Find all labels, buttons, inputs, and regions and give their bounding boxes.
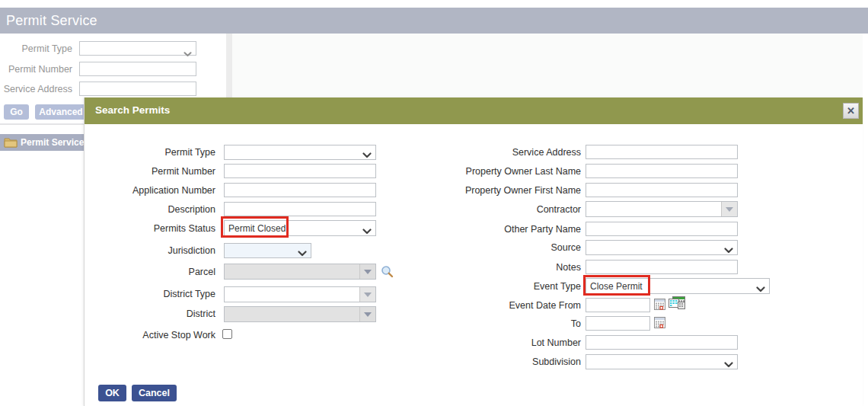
application-number-input[interactable] [224,183,376,197]
top-header-bar [0,8,868,34]
subdivision-label: Subdivision [532,356,581,367]
source-label: Source [550,242,581,253]
permit-type-select[interactable] [224,145,376,160]
permits-status-label: Permits Status [154,223,215,234]
chevron-down-icon [298,248,307,259]
contractor-combo[interactable] [586,201,738,217]
event-type-label: Event Type [534,281,581,292]
lot-number-label: Lot Number [531,337,581,348]
active-stop-work-label: Active Stop Work [142,330,215,340]
event-date-to-label: To [571,318,581,329]
quick-service-address-input[interactable] [79,82,196,96]
dropdown-arrow-icon [359,264,375,279]
description-label: Description [168,204,215,215]
source-select[interactable] [586,240,738,255]
event-type-value: Close Permit [590,281,643,292]
close-icon[interactable]: ✕ [843,103,859,119]
go-button[interactable]: Go [4,104,29,120]
application-number-label: Application Number [132,185,215,196]
dialog-title: Search Permits [95,104,170,116]
permit-number-label: Permit Number [152,166,215,177]
quick-permit-number-label: Permit Number [8,64,72,75]
chevron-down-icon [756,284,765,295]
district-label: District [187,308,215,319]
event-date-from-input[interactable] [586,298,650,312]
parcel-label: Parcel [189,267,215,277]
lot-number-input[interactable] [586,335,738,350]
jurisdiction-label: Jurisdiction [168,245,215,256]
chevron-down-icon [183,46,192,60]
jurisdiction-select[interactable] [224,243,311,258]
dropdown-arrow-icon [359,307,375,321]
search-permits-dialog: Search Permits ✕ Permit Type Permit Numb… [84,98,863,406]
page-title: Permit Service [6,13,97,29]
quick-service-address-label: Service Address [4,84,72,94]
description-input[interactable] [224,202,376,216]
dialog-header: Search Permits ✕ [85,98,863,124]
parcel-combo[interactable] [224,264,376,280]
subdivision-select[interactable] [586,354,738,369]
event-date-to-input[interactable] [586,316,650,331]
property-owner-first-name-input[interactable] [586,183,738,197]
dropdown-arrow-icon [721,202,737,216]
folder-icon [4,137,18,151]
chevron-down-icon [724,245,733,256]
service-address-label: Service Address [512,147,581,158]
notes-label: Notes [556,262,581,273]
dropdown-arrow-icon [359,287,375,302]
chevron-down-icon [724,360,733,370]
district-type-combo[interactable] [224,286,376,302]
property-owner-last-name-label: Property Owner Last Name [466,166,581,177]
advanced-button[interactable]: Advanced [35,104,87,120]
calendar-range-icon[interactable] [669,296,686,313]
quick-permit-number-input[interactable] [79,62,196,76]
permit-number-input[interactable] [224,164,376,178]
calendar-icon[interactable] [654,316,665,331]
permits-status-select[interactable]: Permit Closed [224,220,376,236]
chevron-down-icon [362,150,372,161]
district-type-label: District Type [163,289,215,299]
other-party-name-label: Other Party Name [504,224,581,235]
permits-status-value: Permit Closed [228,223,286,234]
quick-permit-type-label: Permit Type [22,43,72,54]
parcel-search-icon[interactable] [381,265,394,281]
ok-button[interactable]: OK [98,385,126,401]
service-address-input[interactable] [586,145,738,159]
quick-permit-type-select[interactable] [79,41,196,56]
cancel-button[interactable]: Cancel [132,385,177,401]
chevron-down-icon [362,226,372,237]
sidebar-item-label: Permit Service [21,137,84,148]
district-combo[interactable] [224,306,376,322]
property-owner-last-name-input[interactable] [586,164,738,178]
event-date-from-label: Event Date From [509,300,581,311]
permit-type-label: Permit Type [165,147,215,158]
active-stop-work-checkbox[interactable] [222,329,232,339]
calendar-icon[interactable] [654,298,665,313]
notes-input[interactable] [586,260,738,274]
property-owner-first-name-label: Property Owner First Name [465,185,581,196]
contractor-label: Contractor [537,204,581,215]
event-type-select[interactable]: Close Permit [586,278,770,294]
other-party-name-input[interactable] [586,222,738,236]
